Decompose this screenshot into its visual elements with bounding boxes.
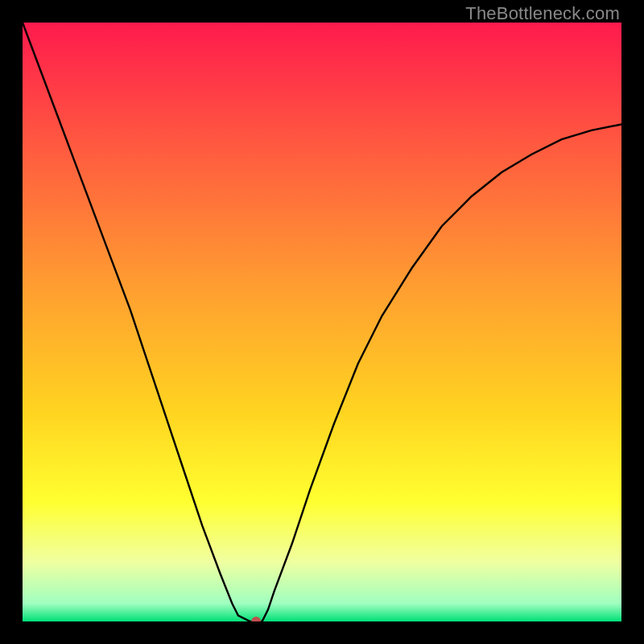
chart-frame bbox=[23, 23, 621, 621]
chart-background bbox=[23, 23, 621, 621]
watermark: TheBottleneck.com bbox=[465, 3, 620, 24]
chart-plot bbox=[23, 23, 621, 621]
